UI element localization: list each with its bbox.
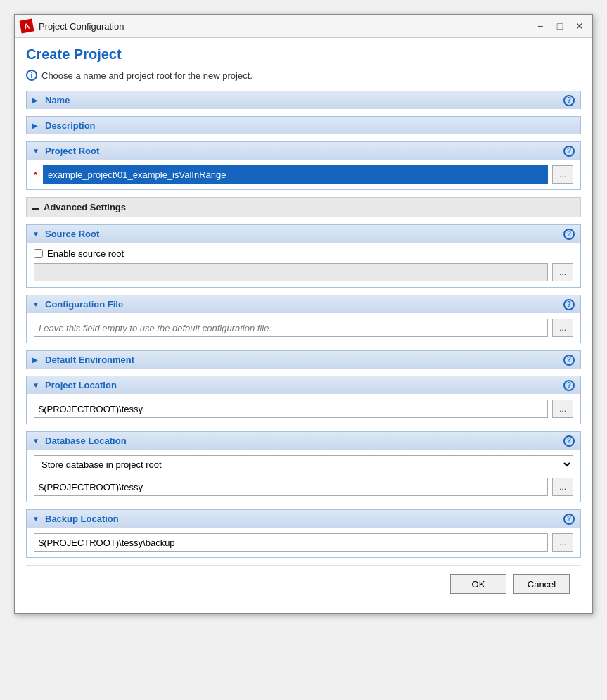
backup-location-section: ▼ Backup Location ? ... xyxy=(26,509,581,558)
window-controls: − □ ✕ xyxy=(533,19,587,33)
default-environment-section-label: Default Environment xyxy=(45,355,134,365)
enable-source-root-label: Enable source root xyxy=(47,248,124,259)
name-section-label: Name xyxy=(45,95,70,106)
create-project-title: Create Project xyxy=(26,46,581,63)
description-section-label: Description xyxy=(45,120,96,131)
backup-location-content: ... xyxy=(26,528,581,558)
project-root-help-icon: ? xyxy=(563,146,575,157)
configuration-file-section-header[interactable]: ▼ Configuration File ? xyxy=(26,295,581,313)
subtitle-row: i Choose a name and project root for the… xyxy=(26,70,581,81)
project-root-chevron-icon: ▼ xyxy=(32,147,41,155)
configuration-file-chevron-icon: ▼ xyxy=(32,300,41,308)
project-location-content: ... xyxy=(26,394,581,424)
ok-button[interactable]: OK xyxy=(450,574,506,594)
default-environment-section-header[interactable]: ▶ Default Environment ? xyxy=(26,350,581,369)
backup-location-chevron-icon: ▼ xyxy=(32,515,41,523)
advanced-settings-chevron-icon: ▬ xyxy=(32,203,39,211)
project-location-browse-button[interactable]: ... xyxy=(552,400,573,418)
project-location-chevron-icon: ▼ xyxy=(32,381,41,389)
project-location-input[interactable] xyxy=(34,400,548,418)
database-location-field-row: ... xyxy=(34,478,573,496)
name-section-header[interactable]: ▶ Name ? xyxy=(26,91,581,109)
source-root-field-row: ... xyxy=(34,263,573,281)
description-section-header[interactable]: ▶ Description xyxy=(26,116,581,134)
info-icon: i xyxy=(26,70,37,81)
enable-source-root-checkbox[interactable] xyxy=(34,249,43,258)
project-root-content: * ... xyxy=(26,160,581,190)
database-location-input[interactable] xyxy=(34,478,548,496)
subtitle-text: Choose a name and project root for the n… xyxy=(41,70,253,81)
dialog-body: Create Project i Choose a name and proje… xyxy=(15,38,592,613)
source-root-chevron-icon: ▼ xyxy=(32,230,41,238)
database-location-dropdown-row: Store database in project root xyxy=(34,455,573,473)
description-chevron-icon: ▶ xyxy=(32,122,41,129)
backup-location-field-row: ... xyxy=(34,533,573,552)
window-title: Project Configuration xyxy=(39,21,528,32)
database-location-help-icon: ? xyxy=(563,435,575,447)
minimize-button[interactable]: − xyxy=(533,19,547,33)
source-root-section: ▼ Source Root ? Enable source root ... xyxy=(26,224,581,288)
source-root-help-icon: ? xyxy=(563,229,575,240)
database-location-dropdown[interactable]: Store database in project root xyxy=(34,455,573,473)
maximize-button[interactable]: □ xyxy=(553,19,567,33)
source-root-browse-button[interactable]: ... xyxy=(552,263,573,281)
project-location-help-icon: ? xyxy=(563,380,575,391)
backup-location-section-label: Backup Location xyxy=(45,514,119,524)
source-root-section-label: Source Root xyxy=(45,229,99,239)
backup-location-help-icon: ? xyxy=(563,514,575,525)
project-root-section-label: Project Root xyxy=(45,146,99,156)
cancel-button[interactable]: Cancel xyxy=(513,574,570,594)
database-location-section-label: Database Location xyxy=(45,435,127,446)
source-root-section-header[interactable]: ▼ Source Root ? xyxy=(26,224,581,243)
enable-source-root-row: Enable source root xyxy=(34,248,573,259)
advanced-settings-label: Advanced Settings xyxy=(44,202,126,212)
footer-row: OK Cancel xyxy=(26,565,581,602)
project-root-input[interactable] xyxy=(43,165,548,184)
advanced-settings-header[interactable]: ▬ Advanced Settings xyxy=(26,197,581,217)
database-location-content: Store database in project root ... xyxy=(26,450,581,502)
source-root-input[interactable] xyxy=(34,263,548,281)
project-location-section-label: Project Location xyxy=(45,380,117,390)
default-environment-section: ▶ Default Environment ? xyxy=(26,350,581,369)
project-root-browse-button[interactable]: ... xyxy=(552,165,573,184)
configuration-file-content: ... xyxy=(26,313,581,343)
default-environment-chevron-icon: ▶ xyxy=(32,356,41,364)
configuration-file-help-icon: ? xyxy=(563,299,575,310)
name-section: ▶ Name ? xyxy=(26,91,581,109)
configuration-file-field-row: ... xyxy=(34,319,573,337)
backup-location-section-header[interactable]: ▼ Backup Location ? xyxy=(26,509,581,528)
configuration-file-browse-button[interactable]: ... xyxy=(552,319,573,337)
database-location-section-header[interactable]: ▼ Database Location ? xyxy=(26,431,581,450)
project-configuration-window: A Project Configuration − □ ✕ Create Pro… xyxy=(14,14,593,614)
title-bar: A Project Configuration − □ ✕ xyxy=(15,15,592,38)
database-location-dropdown-wrapper: Store database in project root xyxy=(34,455,573,473)
project-root-section-header[interactable]: ▼ Project Root ? xyxy=(26,141,581,160)
close-button[interactable]: ✕ xyxy=(573,19,587,33)
database-location-chevron-icon: ▼ xyxy=(32,437,41,445)
database-location-section: ▼ Database Location ? Store database in … xyxy=(26,431,581,502)
project-location-section: ▼ Project Location ? ... xyxy=(26,376,581,424)
source-root-content: Enable source root ... xyxy=(26,243,581,288)
backup-location-input[interactable] xyxy=(34,533,548,552)
name-help-icon: ? xyxy=(563,95,575,106)
configuration-file-section: ▼ Configuration File ? ... xyxy=(26,295,581,343)
configuration-file-input[interactable] xyxy=(34,319,548,337)
configuration-file-section-label: Configuration File xyxy=(45,299,123,310)
project-root-section: ▼ Project Root ? * ... xyxy=(26,141,581,190)
description-section: ▶ Description xyxy=(26,116,581,134)
project-location-field-row: ... xyxy=(34,400,573,418)
default-environment-help-icon: ? xyxy=(563,355,575,366)
app-logo: A xyxy=(20,19,34,34)
required-star: * xyxy=(34,170,37,180)
database-location-browse-button[interactable]: ... xyxy=(552,478,573,496)
name-chevron-icon: ▶ xyxy=(32,96,41,104)
project-root-field-row: * ... xyxy=(34,165,573,184)
project-location-section-header[interactable]: ▼ Project Location ? xyxy=(26,376,581,394)
backup-location-browse-button[interactable]: ... xyxy=(552,533,573,552)
